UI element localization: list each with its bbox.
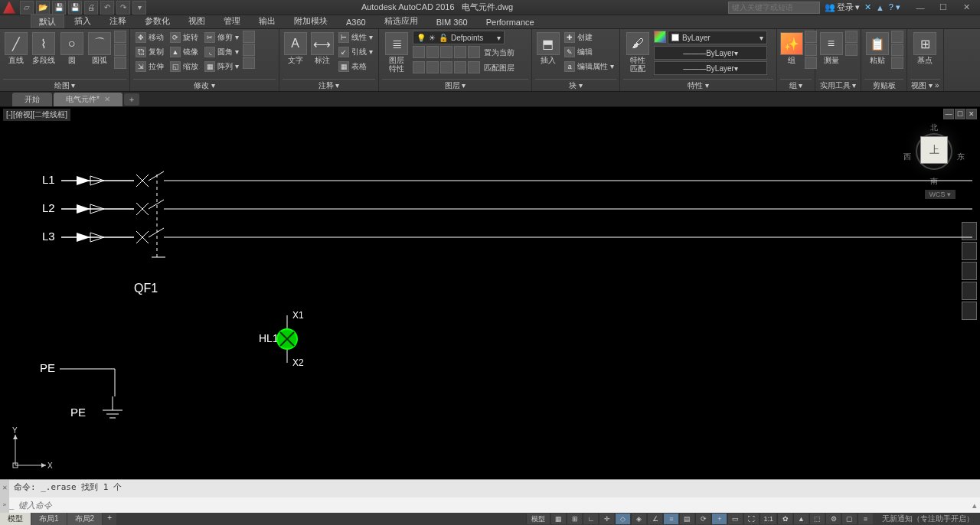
measure-button[interactable]: ≡测量 xyxy=(818,31,844,64)
modify-misc-3[interactable] xyxy=(243,57,255,69)
qat-open[interactable]: 📂 xyxy=(36,1,50,15)
status-transparency[interactable]: ▤ xyxy=(679,514,694,524)
color-dropdown[interactable]: ByLayer▾ xyxy=(668,31,767,44)
help-search-input[interactable] xyxy=(728,2,820,14)
ribbon-tab-manage[interactable]: 管理 xyxy=(215,13,249,28)
leader-button[interactable]: ↙引线 ▾ xyxy=(336,45,375,59)
status-ortho[interactable]: ∟ xyxy=(583,514,598,524)
status-3dosnap[interactable]: ◈ xyxy=(631,514,646,524)
ribbon-tab-bim360[interactable]: BIM 360 xyxy=(428,15,476,28)
qat-undo[interactable]: ↶ xyxy=(100,1,114,15)
ribbon-tab-performance[interactable]: Performance xyxy=(478,15,543,28)
ribbon-tab-featured[interactable]: 精选应用 xyxy=(376,13,426,28)
ribbon-tab-annotate[interactable]: 注释 xyxy=(101,13,135,28)
qat-redo[interactable]: ↷ xyxy=(116,1,130,15)
ribbon-tab-a360[interactable]: A360 xyxy=(338,15,374,28)
drawing-area[interactable]: [-][俯视][二维线框] — ☐ ✕ 北 南 西 东 上 WCS ▾ L1 L… xyxy=(0,107,980,479)
panel-layer-title[interactable]: 图层 ▾ xyxy=(382,79,528,91)
panel-annotation-title[interactable]: 注释 ▾ xyxy=(283,79,375,91)
infocenter-exchange[interactable]: ✕ xyxy=(864,2,871,12)
clip-misc-3[interactable] xyxy=(891,57,903,69)
status-model-space[interactable]: 模型 xyxy=(526,514,550,524)
status-annomon[interactable]: ▲ xyxy=(793,514,808,524)
ribbon-tab-parametric[interactable]: 参数化 xyxy=(136,13,178,28)
qat-more[interactable]: ▾ xyxy=(132,1,146,15)
layer-dropdown[interactable]: 💡 ☀ 🔓 Defpoints ▾ xyxy=(413,31,505,44)
notification-text[interactable]: 无新通知（专注助手开启） xyxy=(876,514,980,524)
draw-misc-2[interactable] xyxy=(114,44,126,56)
text-button[interactable]: A文字 xyxy=(283,31,308,64)
clip-misc-1[interactable] xyxy=(891,31,903,43)
util-misc-1[interactable] xyxy=(845,31,858,43)
panel-group-title[interactable]: 组 ▾ xyxy=(780,79,812,91)
color-swatch[interactable] xyxy=(654,31,666,43)
panel-view-title[interactable]: 视图 ▾ » xyxy=(910,79,940,91)
minimize-button[interactable]: — xyxy=(910,2,931,14)
polyline-button[interactable]: ⌇多段线 xyxy=(31,31,57,64)
layer-tool-3[interactable] xyxy=(440,46,452,58)
paste-button[interactable]: 📋粘贴 xyxy=(864,31,890,64)
match-properties-button[interactable]: 🖌特性 匹配 xyxy=(623,31,652,73)
status-annoscale[interactable]: ⛶ xyxy=(743,514,759,524)
panel-clipboard-title[interactable]: 剪贴板 xyxy=(864,79,903,91)
base-view-button[interactable]: ⊞基点 xyxy=(910,31,939,64)
doc-tab-current[interactable]: 电气元件*✕ xyxy=(54,93,122,106)
line-button[interactable]: ╱直线 xyxy=(3,31,29,64)
infocenter-signin[interactable]: 👥 登录 ▾ xyxy=(825,2,860,13)
insert-block-button[interactable]: ⬒插入 xyxy=(535,31,560,64)
layer-tool-7[interactable] xyxy=(426,61,439,73)
modify-misc-2[interactable] xyxy=(243,44,255,56)
mirror-button[interactable]: ▲镜像 xyxy=(168,45,201,59)
panel-draw-title[interactable]: 绘图 ▾ xyxy=(3,79,126,91)
status-iso[interactable]: ⬚ xyxy=(809,514,825,524)
match-layer-button[interactable]: 匹配图层 xyxy=(482,61,517,75)
ribbon-tab-default[interactable]: 默认 xyxy=(31,14,64,28)
layer-tool-1[interactable] xyxy=(413,46,425,58)
circle-button[interactable]: ○圆 xyxy=(59,31,85,64)
maximize-button[interactable]: ☐ xyxy=(933,2,954,14)
cmd-handle[interactable]: ✕» xyxy=(0,480,9,513)
arc-button[interactable]: ⌒圆弧 xyxy=(87,31,113,64)
layer-tool-8[interactable] xyxy=(440,61,452,73)
panel-block-title[interactable]: 块 ▾ xyxy=(535,79,616,91)
layer-tool-4[interactable] xyxy=(454,46,466,58)
layer-tool-9[interactable] xyxy=(454,61,466,73)
draw-misc-3[interactable] xyxy=(114,57,126,69)
close-icon[interactable]: ✕ xyxy=(104,95,110,103)
layer-tool-10[interactable] xyxy=(468,61,480,73)
status-ws[interactable]: ✿ xyxy=(777,514,792,524)
linetype-dropdown[interactable]: ——— ByLayer ▾ xyxy=(654,61,767,75)
ribbon-tab-output[interactable]: 输出 xyxy=(250,13,284,28)
layer-tool-6[interactable] xyxy=(413,61,425,73)
make-current-button[interactable]: 置为当前 xyxy=(482,46,517,60)
move-button[interactable]: ✥移动 xyxy=(133,31,166,44)
draw-misc-1[interactable] xyxy=(114,31,126,43)
status-qp[interactable]: ▭ xyxy=(727,514,743,524)
layout-tab-1[interactable]: 布局1 xyxy=(31,513,67,525)
status-polar[interactable]: ✛ xyxy=(599,514,614,524)
create-block-button[interactable]: ✚创建 xyxy=(562,31,616,44)
panel-modify-title[interactable]: 修改 ▾ xyxy=(133,79,276,91)
status-cycling[interactable]: ⟳ xyxy=(695,514,710,524)
panel-properties-title[interactable]: 特性 ▾ xyxy=(623,79,773,91)
dimension-button[interactable]: ⟷标注 xyxy=(309,31,335,64)
command-input[interactable] xyxy=(18,501,968,510)
lineweight-dropdown[interactable]: ——— ByLayer ▾ xyxy=(654,46,767,60)
stretch-button[interactable]: ⇲拉伸 xyxy=(133,60,166,73)
table-button[interactable]: ▦表格 xyxy=(336,60,375,73)
layer-tool-5[interactable] xyxy=(468,46,480,58)
status-grid[interactable]: ▦ xyxy=(550,514,566,524)
help-icon[interactable]: ? ▾ xyxy=(889,2,900,12)
array-button[interactable]: ▦阵列 ▾ xyxy=(202,60,241,73)
copy-button[interactable]: ⿻复制 xyxy=(133,45,166,59)
status-scale[interactable]: 1:1 xyxy=(760,514,776,524)
status-dyn[interactable]: + xyxy=(711,514,727,524)
ribbon-tab-insert[interactable]: 插入 xyxy=(66,13,100,28)
layer-properties-button[interactable]: ≣图层 特性 xyxy=(382,31,411,73)
qat-plot[interactable]: 🖨 xyxy=(84,1,98,15)
trim-button[interactable]: ✂修剪 ▾ xyxy=(202,31,241,44)
fillet-button[interactable]: ◟圆角 ▾ xyxy=(202,45,241,59)
linear-button[interactable]: ⊢线性 ▾ xyxy=(336,31,375,44)
status-osnap[interactable]: ◇ xyxy=(615,514,630,524)
qat-new[interactable]: ▱ xyxy=(20,1,34,15)
